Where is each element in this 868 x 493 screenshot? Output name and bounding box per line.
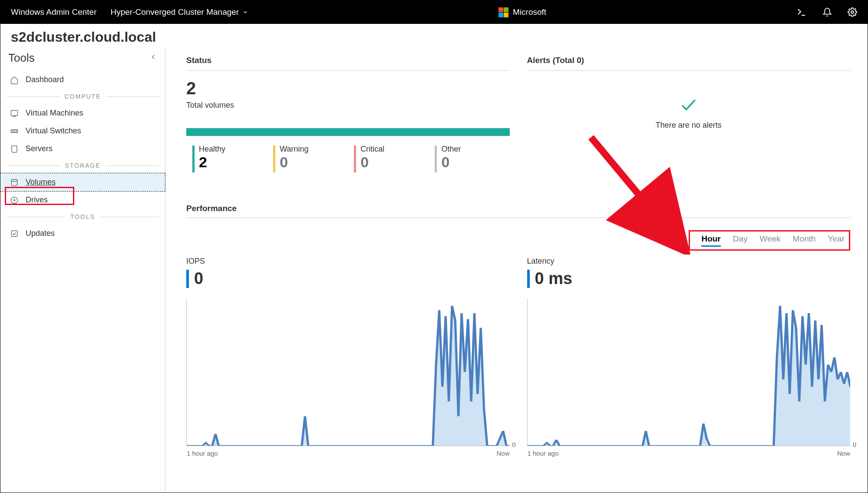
collapse-sidebar-button[interactable] (149, 53, 157, 63)
terminal-icon[interactable] (796, 7, 807, 17)
x-axis-end: Now (496, 450, 509, 457)
latency-panel: Latency 0 ms 0 1 hour ago Now (527, 251, 851, 446)
section-storage: STORAGE (0, 162, 165, 169)
brand-text: Microsoft (513, 7, 546, 17)
tab-week[interactable]: Week (760, 234, 781, 247)
iops-label: IOPS (186, 257, 510, 266)
annotation-arrow (582, 129, 695, 255)
home-icon (10, 76, 19, 84)
svg-rect-2 (11, 110, 18, 116)
status-bar (186, 128, 510, 136)
svg-point-11 (11, 197, 18, 203)
sidebar: Tools Dashboard COMPUTE Virtual Machines… (0, 48, 165, 491)
x-axis-start: 1 hour ago (187, 450, 218, 457)
sidebar-item-volumes[interactable]: Volumes (0, 173, 165, 191)
svg-point-10 (11, 179, 17, 181)
status-cell-healthy: Healthy2 (186, 145, 267, 172)
tab-hour[interactable]: Hour (701, 234, 720, 247)
y-axis-zero: 0 (853, 441, 856, 448)
status-total: 2 (186, 79, 510, 98)
x-axis-end: Now (837, 450, 850, 457)
status-panel: Status 2 Total volumes Healthy2 Warning0… (186, 56, 510, 172)
switch-icon (10, 127, 19, 136)
brand: Microsoft (248, 7, 796, 17)
sidebar-item-updates[interactable]: Updates (0, 225, 165, 242)
svg-point-12 (13, 199, 15, 201)
sidebar-item-servers[interactable]: Servers (0, 140, 165, 158)
product-name[interactable]: Windows Admin Center (11, 7, 96, 17)
status-title: Status (186, 56, 510, 71)
status-total-label: Total volumes (186, 101, 510, 110)
metric-accent-bar (527, 270, 530, 288)
sidebar-item-label: Servers (26, 144, 53, 153)
status-cell-other: Other0 (429, 145, 509, 172)
x-axis-start: 1 hour ago (528, 450, 559, 457)
iops-panel: IOPS 0 0 1 hour ago Now (186, 251, 510, 446)
svg-rect-8 (12, 146, 17, 152)
server-icon (10, 145, 19, 153)
drive-icon (10, 196, 19, 205)
sidebar-item-label: Drives (26, 195, 48, 205)
latency-label: Latency (527, 257, 851, 266)
sidebar-item-label: Updates (26, 229, 55, 238)
svg-point-1 (851, 11, 854, 13)
microsoft-logo-icon (498, 7, 508, 17)
main-content: Status 2 Total volumes Healthy2 Warning0… (165, 48, 868, 491)
volume-icon (10, 178, 19, 187)
tab-month[interactable]: Month (793, 234, 816, 247)
topbar: Windows Admin Center Hyper-Converged Clu… (0, 0, 868, 24)
alerts-title: Alerts (Total 0) (527, 56, 851, 71)
metric-accent-bar (186, 270, 189, 288)
svg-rect-13 (11, 231, 17, 236)
updates-icon (10, 229, 19, 238)
context-dropdown[interactable]: Hyper-Converged Cluster Manager (110, 7, 248, 17)
context-label: Hyper-Converged Cluster Manager (110, 7, 239, 17)
y-axis-zero: 0 (512, 441, 515, 448)
latency-chart: 0 1 hour ago Now (527, 298, 851, 446)
check-icon (679, 95, 698, 114)
tools-header: Tools (8, 51, 35, 65)
section-tools: TOOLS (0, 213, 165, 220)
tab-day[interactable]: Day (733, 234, 748, 247)
tab-year[interactable]: Year (828, 234, 845, 247)
sidebar-item-label: Volumes (26, 178, 56, 187)
sidebar-item-dashboard[interactable]: Dashboard (0, 71, 165, 89)
iops-value: 0 (194, 269, 203, 288)
settings-gear-icon[interactable] (848, 7, 857, 17)
svg-line-14 (591, 137, 678, 242)
sidebar-item-label: Dashboard (26, 75, 64, 84)
vm-icon (10, 109, 19, 118)
chevron-left-icon (149, 53, 157, 61)
chevron-down-icon (242, 9, 248, 15)
latency-value: 0 ms (535, 269, 573, 288)
time-range-tabs: Hour Day Week Month Year (689, 230, 850, 251)
iops-chart: 0 1 hour ago Now (186, 298, 510, 446)
section-compute: COMPUTE (0, 93, 165, 100)
sidebar-item-label: Virtual Machines (26, 109, 83, 118)
sidebar-item-drives[interactable]: Drives (0, 191, 165, 209)
sidebar-item-label: Virtual Switches (26, 126, 81, 136)
sidebar-item-virtual-machines[interactable]: Virtual Machines (0, 104, 165, 122)
notification-bell-icon[interactable] (822, 7, 832, 17)
status-cell-warning: Warning0 (267, 145, 348, 172)
sidebar-item-virtual-switches[interactable]: Virtual Switches (0, 122, 165, 140)
performance-title: Performance (186, 204, 850, 218)
status-cell-critical: Critical0 (348, 145, 429, 172)
cluster-title: s2dcluster.cloud.local (0, 24, 868, 48)
